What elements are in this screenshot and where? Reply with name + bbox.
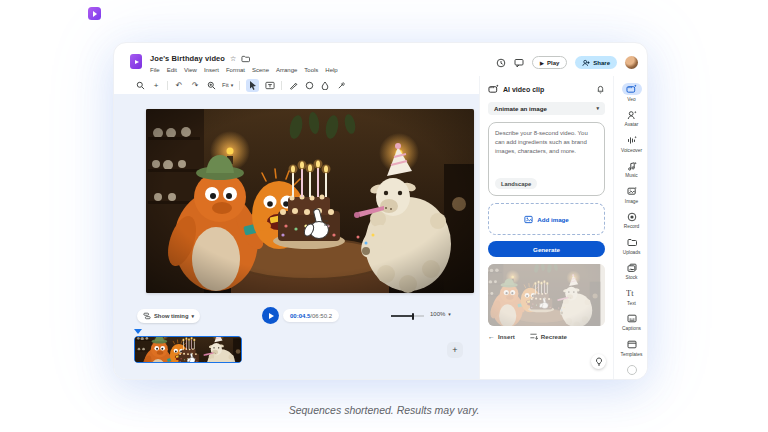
video-scene xyxy=(146,109,474,293)
insert-button[interactable]: ← Insert xyxy=(488,333,515,340)
volume-slider[interactable] xyxy=(391,315,424,317)
generated-preview[interactable] xyxy=(488,264,605,326)
sidebar-label: Voiceover xyxy=(621,148,642,153)
comments-icon[interactable] xyxy=(514,58,524,68)
pen-icon[interactable] xyxy=(288,80,298,90)
fit-label: Fit xyxy=(222,82,229,88)
aspect-ratio-chip[interactable]: Landscape xyxy=(495,178,537,189)
svg-text:Tt: Tt xyxy=(626,288,634,298)
chevron-down-icon: ▾ xyxy=(448,312,451,317)
chevron-down-icon: ▾ xyxy=(231,83,234,88)
background-fill-icon[interactable] xyxy=(320,80,330,90)
panel-header: AI video clip xyxy=(488,84,605,94)
divider xyxy=(167,81,168,90)
app-window: Joe's Birthday video ☆ File Edit View In… xyxy=(113,42,648,380)
menu-edit[interactable]: Edit xyxy=(167,67,177,73)
sidebar-item-veo[interactable]: Veo xyxy=(614,83,648,102)
tips-button[interactable] xyxy=(591,354,606,369)
menu-view[interactable]: View xyxy=(184,67,197,73)
sidebar-item-image[interactable]: Image xyxy=(614,185,648,204)
captions-icon xyxy=(627,314,637,323)
sidebar-item-record[interactable]: Record xyxy=(614,211,648,230)
sidebar-item-uploads[interactable]: Uploads xyxy=(614,236,648,255)
sidebar-label: Captions xyxy=(622,326,641,331)
document-title[interactable]: Joe's Birthday video xyxy=(150,54,225,63)
sidebar-item-text[interactable]: Tt Text xyxy=(614,287,648,306)
zoom-in-icon[interactable]: + xyxy=(151,80,161,90)
undo-icon[interactable]: ↶ xyxy=(174,80,184,90)
select-tool-button[interactable] xyxy=(246,79,259,92)
sidebar-label: Uploads xyxy=(623,250,641,255)
folder-icon xyxy=(627,238,637,247)
menubar: File Edit View Insert Format Scene Arran… xyxy=(150,67,338,73)
menu-file[interactable]: File xyxy=(150,67,160,73)
header-actions: ▶ Play Share xyxy=(496,56,638,69)
menu-format[interactable]: Format xyxy=(226,67,245,73)
sidebar-label: Music xyxy=(625,173,638,178)
text-box-icon[interactable] xyxy=(265,80,275,90)
prompt-input[interactable]: Describe your 8-second video. You can ad… xyxy=(488,122,605,196)
menu-scene[interactable]: Scene xyxy=(252,67,269,73)
play-icon xyxy=(269,313,274,319)
version-history-icon[interactable] xyxy=(496,58,506,68)
recreate-button[interactable]: Recreate xyxy=(529,332,567,340)
chevron-down-icon: ▾ xyxy=(191,314,194,319)
menu-help[interactable]: Help xyxy=(325,67,337,73)
toolbar: + ↶ ↷ Fit ▾ xyxy=(135,77,346,93)
sidebar-item-voiceover[interactable]: Voiceover xyxy=(614,134,648,153)
redo-icon[interactable]: ↷ xyxy=(190,80,200,90)
avatar-icon xyxy=(627,110,637,120)
record-icon xyxy=(627,212,637,222)
shapes-icon[interactable] xyxy=(304,80,314,90)
mode-select[interactable]: Animate an image ▾ xyxy=(488,102,605,115)
editor-canvas[interactable]: Show timing ▾ 00:04.5 / 06:50.2 100% ▾ xyxy=(114,94,479,380)
current-time: 00:04.5 xyxy=(290,313,310,319)
search-icon[interactable] xyxy=(135,80,145,90)
account-avatar[interactable] xyxy=(625,56,638,69)
prompt-placeholder: Describe your 8-second video. You can ad… xyxy=(495,129,598,156)
add-clip-button[interactable]: + xyxy=(447,342,463,358)
fit-zoom-dropdown[interactable]: Fit ▾ xyxy=(222,82,233,88)
play-button[interactable]: ▶ Play xyxy=(532,56,567,69)
sidebar-item-templates[interactable]: Templates xyxy=(614,338,648,357)
sidebar-item-music[interactable]: Music xyxy=(614,160,648,179)
generate-button[interactable]: Generate xyxy=(488,241,605,257)
recreate-icon xyxy=(529,332,538,340)
move-folder-icon[interactable] xyxy=(241,55,250,63)
menu-arrange[interactable]: Arrange xyxy=(276,67,297,73)
show-timing-button[interactable]: Show timing ▾ xyxy=(137,309,200,323)
app-logo-icon[interactable] xyxy=(130,54,142,69)
music-icon xyxy=(627,161,637,171)
timing-icon xyxy=(143,312,151,320)
menu-tools[interactable]: Tools xyxy=(304,67,318,73)
timeline-play-button[interactable] xyxy=(262,307,279,324)
eyedropper-icon[interactable] xyxy=(336,80,346,90)
share-button[interactable]: Share xyxy=(575,56,617,69)
back-arrow-icon: ← xyxy=(488,333,495,340)
screenshot: Joe's Birthday video ☆ File Edit View In… xyxy=(0,0,768,432)
video-frame[interactable] xyxy=(146,109,474,293)
zoom-level-dropdown[interactable]: 100% ▾ xyxy=(430,311,451,317)
divider xyxy=(239,81,240,90)
timeline-clip[interactable] xyxy=(134,336,242,363)
bell-icon[interactable] xyxy=(596,84,605,94)
slider-empty-track xyxy=(414,315,424,317)
preview-thumbnail xyxy=(488,264,605,326)
image-icon xyxy=(524,215,533,224)
star-icon[interactable]: ☆ xyxy=(230,55,236,62)
paint-format-icon[interactable] xyxy=(206,80,216,90)
sidebar-item-captions[interactable]: Captions xyxy=(614,313,648,332)
playhead-marker[interactable] xyxy=(134,329,142,334)
mode-selected-value: Animate an image xyxy=(494,105,547,112)
stock-media-icon xyxy=(627,263,637,273)
veo-clip-icon xyxy=(488,84,499,94)
templates-icon xyxy=(627,340,637,349)
clip-thumbnail xyxy=(135,337,242,363)
sidebar-item-avatar[interactable]: Avatar xyxy=(614,109,648,128)
sidebar-item-stock[interactable]: Stock xyxy=(614,262,648,281)
divider xyxy=(281,81,282,90)
play-icon: ▶ xyxy=(540,60,544,66)
menu-insert[interactable]: Insert xyxy=(204,67,219,73)
add-image-button[interactable]: Add image xyxy=(488,203,605,235)
sidebar-label: Text xyxy=(627,301,636,306)
